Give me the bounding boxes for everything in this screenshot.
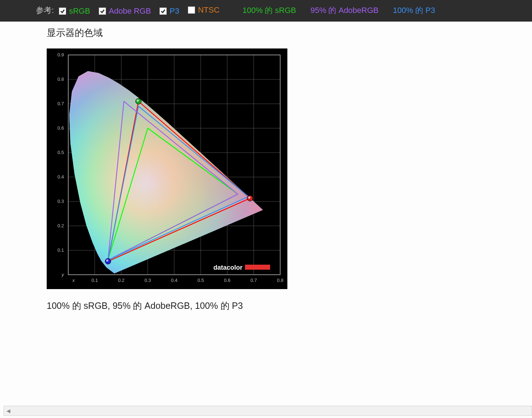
checkbox-p3[interactable]: P3 bbox=[159, 6, 179, 16]
svg-text:0.6: 0.6 bbox=[57, 125, 64, 131]
svg-text:x: x bbox=[72, 278, 75, 283]
svg-text:y: y bbox=[61, 272, 65, 277]
svg-point-21 bbox=[106, 260, 108, 262]
checkbox-label: Adobe RGB bbox=[109, 6, 151, 16]
gamut-chart: 0.10.20.30.40.50.60.70.80.10.20.30.40.50… bbox=[47, 48, 287, 289]
reference-toolbar: 参考: sRGBAdobe RGBP3NTSC 100% 的 sRGB95% 的… bbox=[0, 0, 532, 21]
reference-label: 参考: bbox=[36, 5, 54, 16]
horizontal-scrollbar[interactable]: ◀ bbox=[4, 406, 532, 416]
checkbox-srgb[interactable]: sRGB bbox=[59, 6, 90, 16]
content-area: 显示器的色域 0.10.20.30.40.50.60.70.80.10.20.3… bbox=[0, 27, 532, 312]
coverage-result: 95% 的 AdobeRGB bbox=[310, 5, 379, 16]
svg-text:0.5: 0.5 bbox=[57, 150, 64, 155]
checkbox-box[interactable] bbox=[99, 8, 106, 15]
svg-text:0.8: 0.8 bbox=[277, 278, 283, 283]
gamut-caption: 100% 的 sRGB, 95% 的 AdobeRGB, 100% 的 P3 bbox=[47, 300, 532, 312]
checkbox-ntsc[interactable]: NTSC bbox=[188, 5, 219, 15]
svg-text:0.7: 0.7 bbox=[250, 278, 257, 283]
svg-text:0.5: 0.5 bbox=[198, 278, 204, 283]
svg-text:0.1: 0.1 bbox=[57, 247, 64, 253]
svg-text:0.7: 0.7 bbox=[57, 101, 64, 106]
checkbox-box[interactable] bbox=[59, 8, 66, 15]
svg-text:0.2: 0.2 bbox=[118, 278, 124, 283]
svg-text:0.9: 0.9 bbox=[57, 52, 64, 57]
svg-rect-42 bbox=[245, 265, 270, 270]
svg-text:0.4: 0.4 bbox=[57, 174, 64, 180]
svg-point-19 bbox=[137, 99, 139, 102]
svg-text:0.4: 0.4 bbox=[171, 278, 177, 283]
checkbox-adobe-rgb[interactable]: Adobe RGB bbox=[99, 6, 151, 16]
checkbox-label: NTSC bbox=[198, 5, 219, 15]
coverage-result: 100% 的 P3 bbox=[393, 5, 435, 16]
coverage-result: 100% 的 sRGB bbox=[242, 5, 296, 16]
checkbox-box[interactable] bbox=[159, 8, 167, 15]
svg-text:0.8: 0.8 bbox=[57, 76, 64, 82]
checkbox-box[interactable] bbox=[188, 6, 195, 14]
svg-point-17 bbox=[248, 196, 250, 199]
svg-text:datacolor: datacolor bbox=[213, 264, 242, 271]
scroll-left-arrow[interactable]: ◀ bbox=[4, 407, 13, 415]
checkbox-label: P3 bbox=[170, 6, 179, 16]
page-title: 显示器的色域 bbox=[47, 27, 532, 39]
svg-text:0.6: 0.6 bbox=[224, 278, 230, 283]
svg-text:0.1: 0.1 bbox=[92, 278, 98, 283]
svg-text:0.3: 0.3 bbox=[144, 278, 151, 283]
svg-text:0.3: 0.3 bbox=[57, 199, 64, 204]
checkbox-label: sRGB bbox=[69, 6, 90, 16]
svg-text:0.2: 0.2 bbox=[57, 223, 64, 228]
